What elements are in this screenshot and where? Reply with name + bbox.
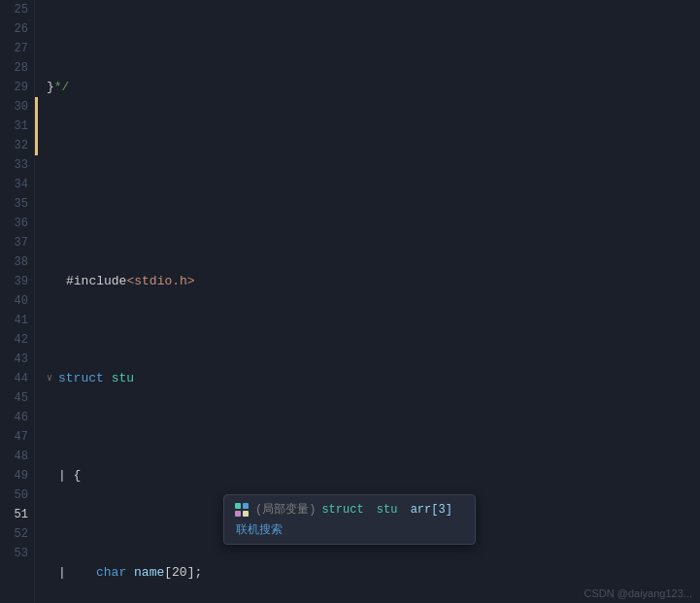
tooltip-search-link[interactable]: 联机搜索: [234, 521, 465, 538]
tooltip-label: (局部变量): [255, 501, 316, 518]
ln-53: 53: [4, 544, 28, 563]
code-token: [126, 563, 134, 583]
code-token: char: [96, 563, 126, 583]
code-line-27: #include<stdio.h>: [47, 272, 700, 291]
code-line-29: | {: [47, 466, 700, 486]
tooltip-popup: (局部变量) struct stu arr[3] 联机搜索: [223, 494, 476, 545]
ln-31: 31: [4, 117, 28, 136]
ln-49: 49: [4, 466, 28, 486]
tooltip-type-kw: struct: [321, 503, 363, 517]
code-token: [20];: [164, 563, 202, 583]
code-token: <stdio.h>: [126, 272, 194, 291]
ln-33: 33: [4, 155, 28, 175]
ln-45: 45: [4, 388, 28, 408]
line-numbers: 25 26 27 28 29 30 31 32 33 34 35 36 37 3…: [0, 0, 35, 603]
code-token: [104, 369, 112, 388]
ln-25: 25: [4, 0, 28, 19]
tooltip-type-name: stu: [370, 503, 398, 517]
ln-34: 34: [4, 175, 28, 194]
tooltip-struct-icon: [234, 502, 250, 518]
struct-icon-svg: [234, 502, 250, 518]
ln-32: 32: [4, 136, 28, 155]
left-gutter: [35, 0, 43, 603]
ln-39: 39: [4, 272, 28, 291]
code-line-26: [47, 175, 700, 194]
ln-47: 47: [4, 427, 28, 447]
ln-51: 51: [4, 505, 28, 524]
ln-28: 28: [4, 58, 28, 78]
ln-27: 27: [4, 39, 28, 58]
ln-46: 46: [4, 408, 28, 427]
ln-35: 35: [4, 194, 28, 214]
code-token: #include: [66, 272, 126, 291]
code-token: struct: [58, 369, 104, 388]
svg-rect-1: [243, 503, 249, 509]
svg-rect-0: [235, 503, 241, 509]
code-line-30: | char name[20];: [47, 563, 700, 583]
ln-44: 44: [4, 369, 28, 388]
yellow-bar: [35, 97, 38, 155]
ln-52: 52: [4, 524, 28, 544]
ln-30: 30: [4, 97, 28, 117]
ln-43: 43: [4, 350, 28, 369]
ln-42: 42: [4, 330, 28, 350]
code-token: }: [47, 78, 54, 97]
fold-arrow-28[interactable]: ∨: [47, 369, 58, 388]
code-editor: 25 26 27 28 29 30 31 32 33 34 35 36 37 3…: [0, 0, 700, 603]
code-token: name: [134, 563, 164, 583]
ln-41: 41: [4, 311, 28, 330]
code-token: stu: [112, 369, 134, 388]
ln-50: 50: [4, 486, 28, 505]
tooltip-var-name: arr[3]: [403, 503, 451, 517]
code-line-28: ∨struct stu: [47, 369, 700, 388]
ln-48: 48: [4, 447, 28, 466]
svg-rect-2: [235, 511, 241, 517]
ln-26: 26: [4, 19, 28, 39]
code-token: |: [58, 563, 96, 583]
ln-29: 29: [4, 78, 28, 97]
ln-37: 37: [4, 233, 28, 252]
watermark: CSDN @daiyang123...: [584, 587, 692, 599]
ln-40: 40: [4, 291, 28, 311]
code-line-25: }*/: [47, 78, 700, 97]
code-token: */: [54, 78, 70, 97]
ln-38: 38: [4, 252, 28, 272]
svg-rect-3: [243, 511, 249, 517]
code-token: | {: [58, 466, 81, 486]
tooltip-header: (局部变量) struct stu arr[3]: [234, 501, 465, 518]
ln-36: 36: [4, 214, 28, 233]
